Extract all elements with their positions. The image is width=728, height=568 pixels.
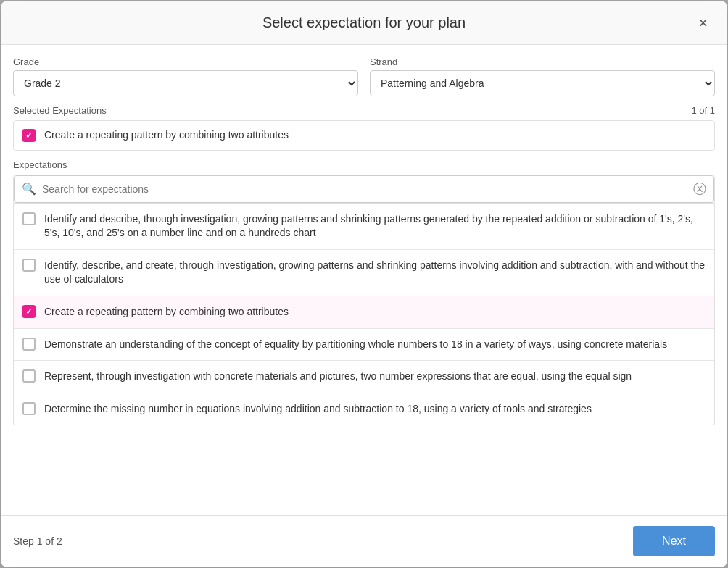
close-button[interactable]: × — [692, 12, 713, 34]
grade-select[interactable]: Grade 1 Grade 2 Grade 3 Grade 4 Grade 5 — [13, 70, 358, 96]
step-label: Step 1 of 2 — [13, 535, 62, 547]
strand-label: Strand — [370, 57, 715, 67]
filters-row: Grade Grade 1 Grade 2 Grade 3 Grade 4 Gr… — [13, 57, 715, 96]
expectation-item: Determine the missing number in equation… — [14, 393, 714, 425]
expectation-checkbox-5[interactable] — [22, 369, 36, 383]
strand-select[interactable]: Number Sense and Numeration Measurement … — [370, 70, 715, 96]
selected-checkbox-checked[interactable] — [22, 129, 36, 142]
modal-container: Select expectation for your plan × Grade… — [1, 1, 727, 567]
expectation-text-3: Create a repeating pattern by combining … — [44, 305, 289, 320]
expectation-text-1: Identify and describe, through investiga… — [44, 212, 706, 241]
strand-filter-group: Strand Number Sense and Numeration Measu… — [370, 57, 715, 96]
search-bar: 🔍 ⓧ — [14, 175, 714, 203]
expectation-text-2: Identify, describe, and create, through … — [44, 259, 706, 287]
selected-expectations-header: Selected Expectations 1 of 1 — [13, 105, 715, 116]
search-container: 🔍 ⓧ — [13, 175, 715, 204]
search-input[interactable] — [42, 183, 693, 195]
expectation-item: Create a repeating pattern by combining … — [14, 296, 714, 328]
modal-body: Grade Grade 1 Grade 2 Grade 3 Grade 4 Gr… — [1, 45, 727, 515]
expectation-checkbox-3[interactable] — [22, 305, 36, 318]
search-icon: 🔍 — [22, 182, 36, 196]
expectations-section-label: Expectations — [13, 159, 715, 170]
selected-item-text: Create a repeating pattern by combining … — [44, 128, 289, 143]
next-button[interactable]: Next — [633, 526, 715, 556]
modal-header: Select expectation for your plan × — [1, 1, 727, 45]
expectation-text-6: Determine the missing number in equation… — [44, 402, 592, 417]
expectation-checkbox-6[interactable] — [22, 402, 36, 415]
expectation-checkbox-4[interactable] — [22, 338, 36, 351]
expectation-checkbox-1[interactable] — [22, 212, 36, 225]
expectation-checkbox-2[interactable] — [22, 259, 36, 272]
selected-count: 1 of 1 — [691, 105, 715, 116]
expectation-text-5: Represent, through investigation with co… — [44, 369, 632, 384]
modal-overlay: Select expectation for your plan × Grade… — [0, 0, 728, 568]
expectation-item: Represent, through investigation with co… — [14, 360, 714, 393]
expectation-item: Identify and describe, through investiga… — [14, 204, 714, 249]
grade-filter-group: Grade Grade 1 Grade 2 Grade 3 Grade 4 Gr… — [13, 57, 358, 96]
expectations-list: Identify and describe, through investiga… — [13, 204, 715, 426]
modal-title: Select expectation for your plan — [262, 14, 466, 31]
selected-list: Create a repeating pattern by combining … — [13, 120, 715, 151]
search-clear-icon[interactable]: ⓧ — [693, 180, 706, 198]
expectation-item: Demonstrate an understanding of the conc… — [14, 328, 714, 361]
grade-label: Grade — [13, 57, 358, 67]
expectation-text-4: Demonstrate an understanding of the conc… — [44, 338, 667, 352]
modal-footer: Step 1 of 2 Next — [1, 515, 727, 567]
expectation-item: Identify, describe, and create, through … — [14, 249, 714, 296]
selected-expectations-label: Selected Expectations — [13, 105, 107, 116]
selected-item: Create a repeating pattern by combining … — [14, 121, 714, 150]
